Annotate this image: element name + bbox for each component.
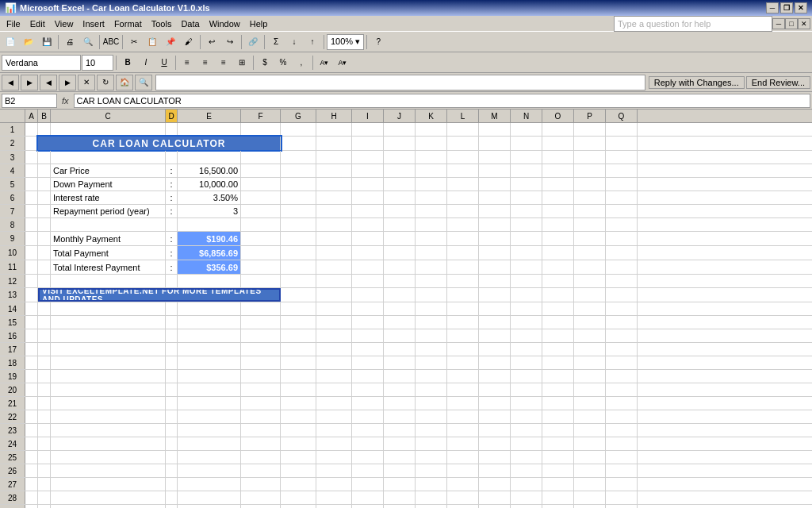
cell-G23[interactable] bbox=[281, 424, 316, 437]
cell-C23[interactable] bbox=[51, 424, 166, 437]
cell-H4[interactable] bbox=[316, 164, 352, 177]
end-review-button[interactable]: End Review... bbox=[746, 76, 810, 89]
cell-O25[interactable] bbox=[542, 451, 574, 464]
font-color-button[interactable]: A▾ bbox=[334, 54, 351, 71]
cell-G8[interactable] bbox=[281, 218, 316, 231]
cell-L24[interactable] bbox=[447, 437, 479, 450]
cell-Q10[interactable] bbox=[606, 246, 638, 260]
cell-E28[interactable] bbox=[178, 491, 241, 504]
cell-F17[interactable] bbox=[241, 343, 281, 356]
cell-H24[interactable] bbox=[316, 437, 352, 450]
cell-M27[interactable] bbox=[479, 478, 511, 491]
cell-F23[interactable] bbox=[241, 424, 281, 437]
cell-H7[interactable] bbox=[316, 205, 352, 217]
col-header-F[interactable]: F bbox=[241, 110, 281, 122]
cell-I13[interactable] bbox=[352, 288, 384, 302]
cell-I20[interactable] bbox=[352, 383, 384, 396]
cell-F8[interactable] bbox=[241, 218, 281, 231]
cell-N8[interactable] bbox=[511, 218, 542, 231]
cell-K9[interactable] bbox=[416, 232, 447, 245]
cell-C15[interactable] bbox=[51, 316, 166, 329]
cell-L5[interactable] bbox=[447, 178, 479, 190]
cell-C5[interactable]: Down Payment bbox=[51, 178, 166, 190]
cell-L17[interactable] bbox=[447, 343, 479, 356]
cell-K8[interactable] bbox=[416, 218, 447, 231]
row-number[interactable]: 1 bbox=[0, 123, 25, 136]
cell-M4[interactable] bbox=[479, 164, 511, 177]
cell-B15[interactable] bbox=[38, 316, 51, 329]
cell-A10[interactable] bbox=[25, 246, 38, 260]
cell-O14[interactable] bbox=[542, 302, 574, 315]
cell-I10[interactable] bbox=[352, 246, 384, 260]
cell-D7[interactable]: : bbox=[166, 205, 178, 217]
cell-L16[interactable] bbox=[447, 329, 479, 342]
cell-A6[interactable] bbox=[25, 191, 38, 204]
cell-L7[interactable] bbox=[447, 205, 479, 217]
cell-P11[interactable] bbox=[574, 260, 606, 274]
nav-next-button[interactable]: ▶ bbox=[21, 75, 38, 90]
cell-F18[interactable] bbox=[241, 356, 281, 369]
col-header-P[interactable]: P bbox=[574, 110, 606, 122]
cell-J24[interactable] bbox=[384, 437, 416, 450]
col-header-I[interactable]: I bbox=[352, 110, 384, 122]
cell-N23[interactable] bbox=[511, 424, 542, 437]
col-header-K[interactable]: K bbox=[416, 110, 447, 122]
cell-B11[interactable] bbox=[38, 260, 51, 274]
cell-J26[interactable] bbox=[384, 464, 416, 477]
cell-D16[interactable] bbox=[166, 329, 178, 342]
cell-O2[interactable] bbox=[542, 137, 574, 150]
cell-G13[interactable] bbox=[281, 288, 316, 302]
row-number[interactable]: 8 bbox=[0, 218, 25, 231]
cell-E15[interactable] bbox=[178, 316, 241, 329]
cell-P22[interactable] bbox=[574, 410, 606, 423]
cell-C26[interactable] bbox=[51, 464, 166, 477]
cell-M28[interactable] bbox=[479, 491, 511, 504]
nav-prev-button[interactable]: ◀ bbox=[2, 75, 19, 90]
row-number[interactable]: 12 bbox=[0, 275, 25, 287]
cell-N15[interactable] bbox=[511, 316, 542, 329]
cell-M9[interactable] bbox=[479, 232, 511, 245]
cell-P21[interactable] bbox=[574, 397, 606, 410]
cell-O9[interactable] bbox=[542, 232, 574, 245]
cell-B7[interactable] bbox=[38, 205, 51, 217]
cell-H22[interactable] bbox=[316, 410, 352, 423]
nav-fwd-button[interactable]: ▶ bbox=[59, 75, 76, 90]
cell-L29[interactable] bbox=[447, 505, 479, 508]
cell-K23[interactable] bbox=[416, 424, 447, 437]
cell-P15[interactable] bbox=[574, 316, 606, 329]
cell-B24[interactable] bbox=[38, 437, 51, 450]
cell-D17[interactable] bbox=[166, 343, 178, 356]
cell-L12[interactable] bbox=[447, 275, 479, 287]
cell-E24[interactable] bbox=[178, 437, 241, 450]
row-number[interactable]: 3 bbox=[0, 151, 25, 164]
row-number[interactable]: 4 bbox=[0, 164, 25, 177]
cell-A8[interactable] bbox=[25, 218, 38, 231]
cell-O5[interactable] bbox=[542, 178, 574, 190]
cell-G1[interactable] bbox=[281, 123, 316, 136]
cell-N10[interactable] bbox=[511, 246, 542, 260]
cell-M14[interactable] bbox=[479, 302, 511, 315]
cell-E8[interactable] bbox=[178, 218, 241, 231]
cell-E9[interactable]: $190.46 bbox=[178, 232, 241, 245]
cell-E19[interactable] bbox=[178, 370, 241, 383]
cell-O11[interactable] bbox=[542, 260, 574, 274]
cell-P24[interactable] bbox=[574, 437, 606, 450]
sort-desc-button[interactable]: ↑ bbox=[304, 33, 321, 51]
cell-O12[interactable] bbox=[542, 275, 574, 287]
cell-K3[interactable] bbox=[416, 151, 447, 164]
cell-M24[interactable] bbox=[479, 437, 511, 450]
cell-N18[interactable] bbox=[511, 356, 542, 369]
cell-G18[interactable] bbox=[281, 356, 316, 369]
cell-K21[interactable] bbox=[416, 397, 447, 410]
cell-C28[interactable] bbox=[51, 491, 166, 504]
menu-edit[interactable]: Edit bbox=[25, 17, 50, 30]
cell-N22[interactable] bbox=[511, 410, 542, 423]
cell-A22[interactable] bbox=[25, 410, 38, 423]
cell-M10[interactable] bbox=[479, 246, 511, 260]
cell-K27[interactable] bbox=[416, 478, 447, 491]
cell-I14[interactable] bbox=[352, 302, 384, 315]
cell-M2[interactable] bbox=[479, 137, 511, 150]
cell-P5[interactable] bbox=[574, 178, 606, 190]
cell-M11[interactable] bbox=[479, 260, 511, 274]
row-number[interactable]: 10 bbox=[0, 246, 25, 260]
